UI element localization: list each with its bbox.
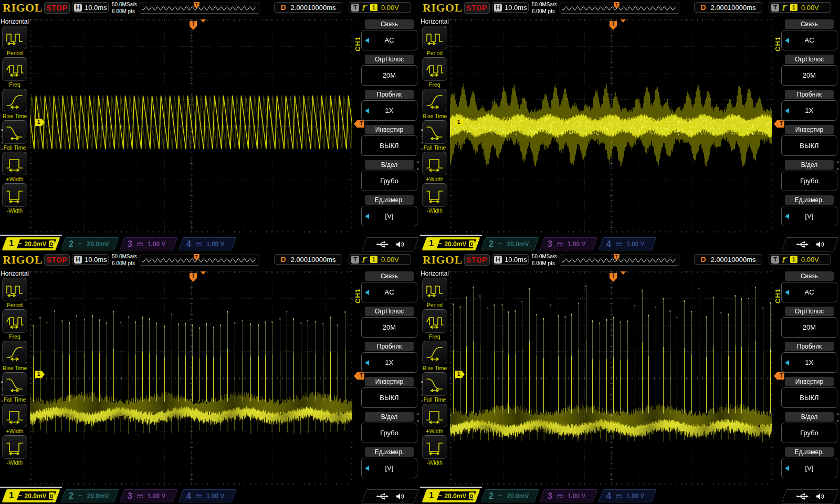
volts-div-value-button[interactable]: Грубо: [361, 171, 417, 191]
run-state-badge[interactable]: STOP: [464, 254, 490, 266]
menu-button-fall-time[interactable]: Fall Time: [2, 120, 27, 151]
menu-button-period[interactable]: Period: [2, 26, 27, 56]
period-button[interactable]: [422, 278, 447, 301]
channel3-status[interactable]: 3 1.00 V: [539, 489, 597, 502]
minus-width-button[interactable]: [422, 435, 447, 459]
bw-limit-value-button[interactable]: 20M: [361, 65, 417, 86]
volts-div-value-button[interactable]: Грубо: [781, 423, 837, 443]
rise-time-button[interactable]: [2, 89, 27, 112]
channel4-status[interactable]: 4 1.00 V: [178, 237, 236, 250]
timebase-box[interactable]: H 10.0ms: [492, 254, 529, 265]
units-value-button[interactable]: [V]: [361, 458, 417, 478]
fall-time-button[interactable]: [422, 120, 447, 144]
fall-time-button[interactable]: [2, 120, 27, 144]
channel4-status[interactable]: 4 1.00 V: [598, 489, 656, 502]
menu-button-minus-width[interactable]: -Width: [2, 435, 27, 466]
waveform-position-indicator[interactable]: T: [140, 255, 259, 266]
freq-button[interactable]: [2, 57, 27, 81]
channel3-status[interactable]: 3 1.00 V: [119, 489, 177, 502]
channel2-status[interactable]: 2 ~ 20.0mV: [480, 489, 539, 502]
menu-button-fall-time[interactable]: Fall Time: [422, 372, 447, 403]
menu-button-period[interactable]: Period: [422, 278, 447, 308]
coupling-value-button[interactable]: AC: [781, 30, 837, 50]
menu-button-rise-time[interactable]: Rise Time: [422, 89, 447, 119]
waveform-position-indicator[interactable]: T: [560, 255, 679, 266]
channel1-status[interactable]: 1 ~ 20.0mV B: [422, 489, 480, 502]
menu-button-minus-width[interactable]: -Width: [2, 183, 27, 214]
menu-button-plus-width[interactable]: +Width: [2, 404, 27, 434]
rise-time-button[interactable]: [2, 341, 27, 364]
plus-width-button[interactable]: [2, 152, 27, 175]
minus-width-button[interactable]: [2, 435, 27, 459]
menu-button-minus-width[interactable]: -Width: [422, 183, 447, 214]
menu-button-freq[interactable]: Freq: [2, 57, 27, 88]
menu-button-plus-width[interactable]: +Width: [2, 152, 27, 182]
menu-button-freq[interactable]: Freq: [422, 309, 447, 340]
probe-value-button[interactable]: 1X: [361, 352, 417, 373]
menu-button-rise-time[interactable]: Rise Time: [422, 341, 447, 371]
menu-button-minus-width[interactable]: -Width: [422, 435, 447, 466]
menu-button-period[interactable]: Period: [422, 26, 447, 56]
coupling-value-button[interactable]: AC: [781, 282, 837, 302]
bw-limit-value-button[interactable]: 20M: [361, 317, 417, 338]
units-value-button[interactable]: [V]: [781, 458, 837, 478]
channel4-status[interactable]: 4 1.00 V: [598, 237, 656, 250]
menu-button-fall-time[interactable]: Fall Time: [422, 120, 447, 151]
freq-button[interactable]: [422, 57, 447, 81]
menu-button-fall-time[interactable]: Fall Time: [2, 372, 27, 403]
bw-limit-value-button[interactable]: 20M: [781, 317, 837, 338]
channel3-status[interactable]: 3 1.00 V: [119, 237, 177, 250]
channel1-status[interactable]: 1 ~ 20.0mV B: [422, 237, 480, 250]
channel1-status[interactable]: 1 ~ 20.0mV B: [2, 489, 60, 502]
rise-time-button[interactable]: [422, 341, 447, 364]
probe-value-button[interactable]: 1X: [781, 352, 837, 373]
invert-value-button[interactable]: ВЫКЛ: [361, 387, 417, 408]
rise-time-button[interactable]: [422, 89, 447, 112]
probe-value-button[interactable]: 1X: [361, 100, 417, 121]
units-value-button[interactable]: [V]: [361, 206, 417, 226]
menu-button-freq[interactable]: Freq: [2, 309, 27, 340]
period-button[interactable]: [422, 26, 447, 49]
fall-time-button[interactable]: [422, 372, 447, 396]
menu-button-period[interactable]: Period: [2, 278, 27, 308]
plus-width-button[interactable]: [2, 404, 27, 427]
menu-button-plus-width[interactable]: +Width: [422, 404, 447, 434]
run-state-badge[interactable]: STOP: [464, 2, 490, 14]
timebase-box[interactable]: H 10.0ms: [72, 254, 109, 265]
minus-width-button[interactable]: [422, 183, 447, 207]
channel1-status[interactable]: 1 ~ 20.0mV B: [2, 237, 60, 250]
invert-value-button[interactable]: ВЫКЛ: [781, 135, 837, 156]
freq-button[interactable]: [2, 309, 27, 333]
coupling-value-button[interactable]: AC: [361, 30, 417, 50]
plus-width-button[interactable]: [422, 152, 447, 175]
minus-width-button[interactable]: [2, 183, 27, 207]
menu-button-rise-time[interactable]: Rise Time: [2, 341, 27, 371]
run-state-badge[interactable]: STOP: [44, 2, 70, 14]
channel2-status[interactable]: 2 ~ 20.0mV: [60, 489, 119, 502]
plus-width-button[interactable]: [422, 404, 447, 427]
waveform-position-indicator[interactable]: T: [560, 3, 679, 14]
channel4-status[interactable]: 4 1.00 V: [178, 489, 236, 502]
waveform-position-indicator[interactable]: T: [140, 3, 259, 14]
invert-value-button[interactable]: ВЫКЛ: [781, 387, 837, 408]
channel2-status[interactable]: 2 ~ 20.0mV: [480, 237, 539, 250]
volts-div-value-button[interactable]: Грубо: [361, 423, 417, 443]
invert-value-button[interactable]: ВЫКЛ: [361, 135, 417, 156]
fall-time-button[interactable]: [2, 372, 27, 396]
timebase-box[interactable]: H 10.0ms: [72, 2, 109, 13]
probe-value-button[interactable]: 1X: [781, 100, 837, 121]
units-value-button[interactable]: [V]: [781, 206, 837, 226]
period-button[interactable]: [2, 278, 27, 301]
period-button[interactable]: [2, 26, 27, 49]
freq-button[interactable]: [422, 309, 447, 333]
timebase-box[interactable]: H 10.0ms: [492, 2, 529, 13]
volts-div-value-button[interactable]: Грубо: [781, 171, 837, 191]
channel3-status[interactable]: 3 1.00 V: [539, 237, 597, 250]
coupling-value-button[interactable]: AC: [361, 282, 417, 302]
menu-button-rise-time[interactable]: Rise Time: [2, 89, 27, 119]
menu-button-freq[interactable]: Freq: [422, 57, 447, 88]
channel2-status[interactable]: 2 ~ 20.0mV: [60, 237, 119, 250]
bw-limit-value-button[interactable]: 20M: [781, 65, 837, 86]
menu-button-plus-width[interactable]: +Width: [422, 152, 447, 182]
run-state-badge[interactable]: STOP: [44, 254, 70, 266]
